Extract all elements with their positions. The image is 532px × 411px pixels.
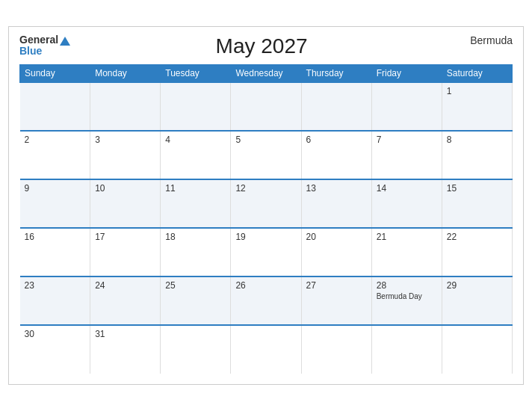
weekday-header-tuesday: Tuesday (161, 65, 231, 83)
day-number: 10 (95, 183, 155, 194)
day-number: 9 (25, 183, 86, 194)
calendar-week-row: 9101112131415 (20, 179, 513, 228)
calendar-day-cell (301, 82, 371, 131)
day-number: 4 (165, 135, 226, 145)
calendar-day-cell: 3 (90, 131, 161, 179)
calendar-day-cell (20, 82, 90, 131)
calendar-day-cell: 13 (301, 179, 371, 228)
day-number: 21 (377, 232, 437, 242)
calendar-day-cell: 21 (371, 228, 442, 276)
calendar-day-cell (371, 325, 442, 374)
calendar-day-cell: 31 (90, 325, 161, 374)
calendar-day-cell: 12 (231, 179, 301, 228)
weekday-header-sunday: Sunday (20, 65, 90, 83)
calendar-week-row: 1 (20, 82, 513, 131)
calendar-day-cell: 20 (301, 228, 371, 276)
day-number: 27 (306, 280, 367, 291)
calendar-day-cell: 11 (161, 179, 231, 228)
calendar-day-cell: 9 (20, 179, 90, 228)
calendar-week-row: 232425262728Bermuda Day29 (20, 276, 513, 325)
calendar-day-cell: 2 (20, 131, 90, 179)
calendar-day-cell: 1 (442, 82, 512, 131)
logo-general: General (19, 34, 70, 46)
day-number: 14 (377, 183, 437, 194)
day-number: 15 (447, 183, 507, 194)
day-number: 29 (447, 280, 507, 291)
calendar-day-cell (231, 325, 301, 374)
calendar-grid: SundayMondayTuesdayWednesdayThursdayFrid… (19, 64, 513, 374)
day-number: 17 (95, 232, 155, 242)
weekday-header-wednesday: Wednesday (231, 65, 301, 83)
calendar-day-cell: 5 (231, 131, 301, 179)
calendar-day-cell (301, 325, 371, 374)
day-number: 12 (235, 183, 296, 194)
day-number: 24 (95, 280, 155, 291)
calendar-day-cell: 29 (442, 276, 512, 325)
day-number: 19 (235, 232, 296, 242)
calendar-day-cell: 6 (301, 131, 371, 179)
day-number: 3 (95, 135, 155, 145)
calendar-title: May 2027 (70, 34, 453, 58)
calendar-day-cell: 26 (231, 276, 301, 325)
calendar-day-cell: 7 (371, 131, 442, 179)
calendar-day-cell: 4 (161, 131, 231, 179)
calendar-day-cell: 18 (161, 228, 231, 276)
day-number: 5 (235, 135, 296, 145)
calendar-week-row: 16171819202122 (20, 228, 513, 276)
calendar-day-cell: 30 (20, 325, 90, 374)
day-number: 13 (306, 183, 367, 194)
day-number: 22 (447, 232, 507, 242)
day-number: 26 (235, 280, 296, 291)
weekday-header-friday: Friday (371, 65, 442, 83)
weekday-header-row: SundayMondayTuesdayWednesdayThursdayFrid… (20, 65, 513, 83)
weekday-header-thursday: Thursday (301, 65, 371, 83)
calendar-day-cell: 8 (442, 131, 512, 179)
weekday-header-monday: Monday (90, 65, 161, 83)
calendar-day-cell: 28Bermuda Day (371, 276, 442, 325)
day-number: 11 (165, 183, 226, 194)
calendar-day-cell: 14 (371, 179, 442, 228)
calendar-thead: SundayMondayTuesdayWednesdayThursdayFrid… (20, 65, 513, 83)
logo-triangle-icon (60, 37, 70, 46)
day-number: 6 (306, 135, 367, 145)
day-number: 7 (377, 135, 437, 145)
logo: General Blue (19, 34, 70, 58)
weekday-header-saturday: Saturday (442, 65, 512, 83)
calendar-day-cell: 24 (90, 276, 161, 325)
calendar-day-cell (90, 82, 161, 131)
calendar-day-cell: 19 (231, 228, 301, 276)
event-label: Bermuda Day (377, 292, 437, 300)
calendar-day-cell: 25 (161, 276, 231, 325)
logo-blue: Blue (19, 46, 70, 57)
calendar-region: Bermuda (453, 34, 513, 46)
calendar-day-cell: 23 (20, 276, 90, 325)
day-number: 2 (25, 135, 86, 145)
calendar-day-cell (371, 82, 442, 131)
calendar-week-row: 3031 (20, 325, 513, 374)
calendar-day-cell: 17 (90, 228, 161, 276)
day-number: 18 (165, 232, 226, 242)
day-number: 31 (95, 329, 155, 339)
day-number: 23 (25, 280, 86, 291)
day-number: 20 (306, 232, 367, 242)
calendar-day-cell (231, 82, 301, 131)
day-number: 28 (377, 280, 437, 291)
calendar-day-cell: 16 (20, 228, 90, 276)
day-number: 16 (25, 232, 86, 242)
calendar-day-cell (442, 325, 512, 374)
day-number: 25 (165, 280, 226, 291)
day-number: 8 (447, 135, 507, 145)
calendar-day-cell: 15 (442, 179, 512, 228)
calendar-day-cell (161, 82, 231, 131)
calendar-day-cell: 22 (442, 228, 512, 276)
calendar-day-cell: 10 (90, 179, 161, 228)
calendar-tbody: 1234567891011121314151617181920212223242… (20, 82, 513, 374)
calendar-header: General Blue May 2027 Bermuda (19, 34, 513, 58)
calendar-week-row: 2345678 (20, 131, 513, 179)
calendar-wrapper: General Blue May 2027 Bermuda SundayMond… (8, 26, 524, 385)
day-number: 30 (25, 329, 86, 339)
calendar-day-cell: 27 (301, 276, 371, 325)
calendar-day-cell (161, 325, 231, 374)
day-number: 1 (447, 86, 507, 96)
